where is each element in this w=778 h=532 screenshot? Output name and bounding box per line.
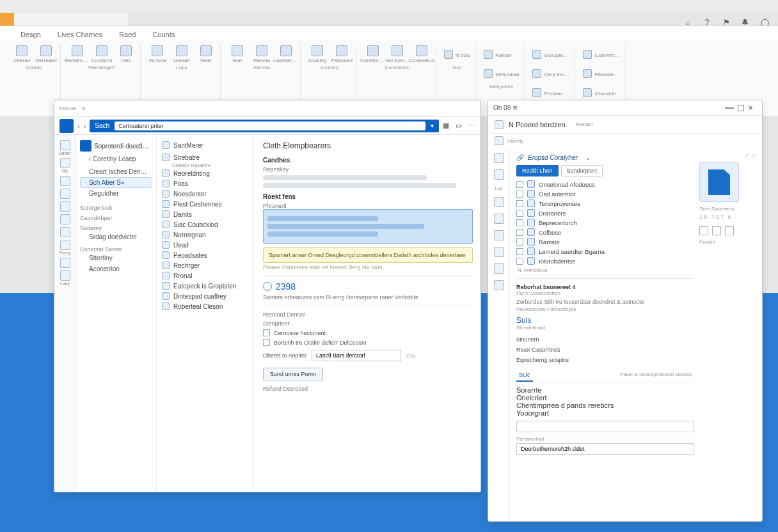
primary-button[interactable]: Sund unres Pomn bbox=[263, 368, 323, 380]
ribbon-button[interactable]: Ramarsgert bbox=[68, 45, 86, 63]
side-tab[interactable] bbox=[539, 369, 544, 382]
ribbon-button[interactable]: Ted Someons bbox=[388, 45, 406, 63]
check-item[interactable]: Cofbese bbox=[516, 228, 694, 236]
list-item[interactable]: Plest Ceshennes bbox=[161, 199, 250, 209]
nav-item[interactable]: Aconenton bbox=[80, 263, 152, 274]
tool-icon[interactable] bbox=[712, 226, 721, 235]
ribbon-button[interactable]: Zousing bbox=[308, 45, 326, 63]
list-item[interactable]: Rronal bbox=[161, 270, 250, 281]
check-item[interactable]: Ramste bbox=[516, 238, 694, 246]
ribbon-tab[interactable]: Raed bbox=[118, 29, 137, 40]
side-lower-item[interactable]: Onelcriert bbox=[516, 394, 694, 402]
check-item[interactable]: Iolorobdentse bbox=[516, 257, 694, 265]
search-input[interactable]: Certreaterst priter bbox=[115, 121, 425, 130]
side-rail-icon[interactable] bbox=[494, 247, 504, 257]
side-section-title[interactable]: 🔗 Eropsd Coralyher ⌄ bbox=[516, 154, 694, 161]
side-rail-icon[interactable] bbox=[494, 230, 504, 240]
expand-icon[interactable]: ⤢ bbox=[744, 153, 749, 159]
ribbon-button[interactable]: Varer bbox=[197, 45, 215, 63]
rail-item[interactable] bbox=[57, 214, 74, 224]
checkbox-row[interactable]: Bortenh tre Cistinr deftcrr DelCcosm bbox=[263, 339, 473, 346]
rail-item[interactable] bbox=[57, 258, 74, 268]
tool-icon[interactable] bbox=[725, 226, 734, 235]
ribbon-button[interactable]: Cberad bbox=[13, 45, 31, 63]
ribbon-button[interactable]: Metyorkee bbox=[484, 65, 519, 82]
rail-item[interactable] bbox=[57, 189, 74, 199]
side-rail-icon[interactable] bbox=[494, 197, 504, 207]
ribbon-button[interactable]: Rersna bbox=[253, 45, 271, 63]
list-item[interactable]: Uead bbox=[161, 240, 250, 250]
list-item[interactable]: Reoreldnting bbox=[161, 168, 250, 178]
side-rail-icon[interactable] bbox=[494, 280, 504, 290]
check-item[interactable]: Onselonad Afodoess bbox=[516, 180, 694, 188]
list-item[interactable]: Norrergnan bbox=[161, 230, 250, 240]
list-item[interactable]: Rechrger bbox=[161, 260, 250, 270]
ribbon-button[interactable]: Ranser bbox=[484, 45, 512, 63]
side-rail-icon[interactable] bbox=[494, 214, 504, 224]
side-tab[interactable]: SLlc bbox=[516, 369, 533, 382]
fwd-icon[interactable]: › bbox=[84, 122, 86, 130]
rail-item[interactable] bbox=[57, 227, 74, 237]
close-pane-icon[interactable]: □ bbox=[752, 153, 756, 159]
ribbon-button[interactable]: Versora bbox=[148, 45, 166, 63]
side-header-link[interactable]: Relclan bbox=[576, 121, 593, 127]
side-list-item[interactable]: Rtuer Casorrtnes bbox=[516, 345, 694, 355]
side-rail-icon[interactable] bbox=[494, 169, 504, 180]
ribbon-tab[interactable]: Counts bbox=[151, 29, 176, 40]
ribbon-button[interactable]: Otomertir bbox=[583, 84, 615, 102]
rail-item[interactable]: Rb bbox=[57, 158, 74, 173]
grid-icon[interactable]: ▦ bbox=[443, 121, 449, 130]
side-lower-item[interactable]: Chentimprrea d pands rerebcrs bbox=[516, 402, 694, 409]
ribbon-button[interactable]: Derrearst bbox=[37, 45, 55, 63]
list-item[interactable]: Peoadsates bbox=[161, 250, 250, 260]
rail-item[interactable]: Barter bbox=[57, 140, 74, 155]
list-item[interactable]: Roberteal Cleson bbox=[161, 301, 250, 311]
side-list-item[interactable]: Eiprecherng scisptre bbox=[516, 355, 694, 365]
minimize-icon[interactable] bbox=[725, 107, 734, 109]
list-item[interactable]: Noesdenter bbox=[161, 189, 250, 199]
rail-item[interactable] bbox=[57, 201, 74, 212]
check-item[interactable]: Lemerd saerdter Bgarna bbox=[516, 247, 694, 255]
list-item[interactable]: Dintespad cuaflrey bbox=[161, 291, 250, 301]
ribbon-tab[interactable]: Desgn bbox=[19, 29, 42, 40]
ribbon-button[interactable]: Slorupeterch Rearang bbox=[532, 45, 569, 63]
tab-mini[interactable]: Feinoer bbox=[60, 106, 77, 111]
list-item[interactable]: Damts bbox=[161, 209, 250, 219]
list-item[interactable]: Poas bbox=[161, 178, 250, 189]
ribbon-button[interactable]: Lasnberery bbox=[277, 45, 295, 63]
close-icon[interactable]: ✕ bbox=[748, 104, 757, 111]
list-item[interactable]: Eatopeck is Groptsten bbox=[161, 281, 250, 291]
check-item[interactable]: Osd aotemtor bbox=[516, 190, 694, 198]
ribbon-button[interactable]: Norr bbox=[228, 45, 246, 63]
side-list-item[interactable]: Mnoriern bbox=[516, 334, 694, 345]
check-item[interactable]: Tencrproyerses bbox=[516, 199, 694, 207]
tab-mini[interactable]: B bbox=[82, 106, 85, 111]
ribbon-button[interactable]: Cornitrd Colore bbox=[364, 45, 382, 63]
rail-item[interactable] bbox=[57, 176, 74, 186]
primary-pill-button[interactable]: Recklt Lhen bbox=[516, 165, 559, 176]
ghost-pill-button[interactable]: Sondorprert bbox=[561, 165, 603, 176]
nav-item[interactable]: Geguldher bbox=[80, 188, 152, 199]
rail-item[interactable]: Rersy bbox=[57, 240, 74, 255]
ribbon-button[interactable]: Coamrtrte Slo Metoer bbox=[583, 45, 620, 63]
nav-back[interactable]: ‹ Coretiny Losep bbox=[80, 153, 152, 164]
dropdown-icon[interactable]: ▾ bbox=[431, 122, 434, 129]
rail-item[interactable]: Laey bbox=[57, 270, 74, 286]
text-input[interactable] bbox=[312, 350, 401, 361]
side-rail-icon[interactable] bbox=[494, 153, 504, 163]
layout-icon[interactable]: ▭ bbox=[456, 121, 462, 130]
back-icon[interactable]: ‹ bbox=[77, 122, 80, 130]
nav-item[interactable]: Creart Isches Deneas bbox=[80, 166, 152, 177]
list-item[interactable]: Strebatre bbox=[161, 152, 250, 162]
side-rail-icon[interactable] bbox=[494, 263, 504, 274]
ribbon-tab[interactable]: Lives Charnes bbox=[56, 29, 104, 40]
checkbox-row[interactable]: Cernosoe hectonent bbox=[263, 329, 473, 336]
ribbon-button[interactable]: Coorarnd bbox=[93, 45, 111, 63]
nav-item[interactable]: Srdag doedvictel bbox=[80, 231, 152, 242]
ribbon-button[interactable]: Corenation bbox=[413, 45, 431, 63]
ribbon-button[interactable]: Pessared ncescre laren bbox=[583, 65, 620, 82]
more-icon[interactable]: ⋯ bbox=[468, 121, 475, 130]
list-item[interactable]: Siac Coubcklod bbox=[161, 219, 250, 230]
side-input[interactable] bbox=[516, 443, 694, 455]
doc-thumbnail[interactable] bbox=[699, 162, 739, 202]
